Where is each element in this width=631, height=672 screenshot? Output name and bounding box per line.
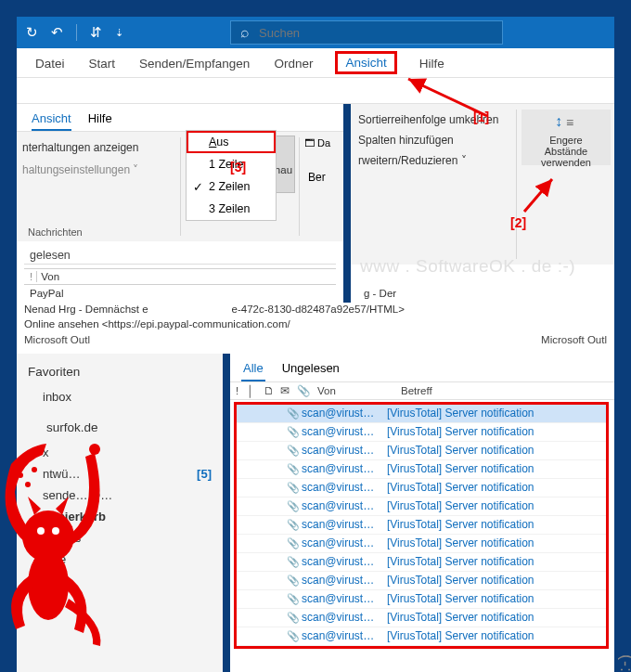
ribbon-area-right: Sortierreihenfolge umkehren Spalten hinz…: [351, 104, 614, 265]
col-von[interactable]: Von: [314, 385, 397, 396]
mail-preview-band: gelesen !Von PayPal: [17, 241, 343, 303]
nav-item-x[interactable]: x: [26, 442, 213, 463]
col-read-icon[interactable]: 🗋: [264, 385, 280, 396]
row-subject: [VirusTotal] Server notification: [387, 611, 534, 624]
refresh-icon[interactable]: ↻: [26, 24, 38, 41]
row-from: scan@virust…: [302, 555, 387, 568]
panel-tab-hilfe[interactable]: Hilfe: [88, 111, 112, 131]
ribbon-separator-r: [516, 110, 517, 259]
nachrichtenvorschau-dropdown: Aus 1 Zeile 2 Zeilen 3 Zeilen: [186, 130, 277, 221]
row-from: scan@virust…: [302, 444, 387, 457]
attachment-icon: 📎: [285, 519, 302, 531]
row-subject: [VirusTotal] Server notification: [387, 555, 534, 568]
col-reminder-icon[interactable]: │: [247, 385, 264, 396]
col-von-header: Von: [41, 271, 59, 282]
category-gelesen[interactable]: gelesen: [24, 245, 336, 265]
row-from: scan@virust…: [302, 462, 387, 475]
attachment-icon: 📎: [285, 630, 302, 642]
ribbon-separator: [180, 137, 181, 236]
row-from: scan@virust…: [302, 499, 387, 512]
row-from: scan@virust…: [302, 518, 387, 531]
message-row[interactable]: 📎scan@virust…[VirusTotal] Server notific…: [237, 535, 606, 553]
engere-l2: verwenden: [541, 157, 591, 168]
add-columns[interactable]: Spalten hinzufügen: [358, 134, 454, 147]
col-importance-icon[interactable]: !: [236, 385, 247, 396]
nav-item-papierkorb[interactable]: Papierkorb: [26, 506, 213, 527]
panel-tab-ansicht[interactable]: Ansicht: [32, 111, 71, 131]
message-row[interactable]: 📎scan@virust…[VirusTotal] Server notific…: [237, 423, 606, 442]
nav-item-gesendet[interactable]: sende… O…: [26, 485, 213, 506]
tab-senden-empfangen[interactable]: Senden/Empfangen: [137, 51, 251, 74]
attachment-icon: 📎: [285, 575, 302, 587]
attachment-icon: 📎: [285, 500, 302, 512]
attachment-icon: 📎: [285, 426, 302, 438]
tab-ansicht[interactable]: Ansicht: [335, 51, 396, 74]
message-preview-text: Nenad Hrg - Demnächst ee-472c-8130-d8248…: [17, 303, 614, 354]
col-attachment-icon[interactable]: 📎: [297, 384, 314, 397]
ribbon-area-left: nterhaltungen anzeigen haltungseinstellu…: [17, 131, 343, 241]
ribbon-panel-left: Ansicht Hilfe nterhaltungen anzeigen hal…: [17, 104, 343, 303]
message-row[interactable]: 📎scan@virust…[VirusTotal] Server notific…: [237, 498, 606, 516]
col-betreff[interactable]: Betreff: [397, 385, 432, 396]
row-subject: [VirusTotal] Server notification: [387, 444, 534, 457]
dropdown-3zeilen[interactable]: 3 Zeilen: [187, 198, 276, 220]
attachment-icon: 📎: [285, 593, 302, 605]
watermark-side: www.SoftwareOK.de :-): [615, 653, 631, 672]
message-row[interactable]: 📎scan@virust…[VirusTotal] Server notific…: [237, 405, 606, 423]
tab-ordner[interactable]: Ordner: [272, 51, 315, 74]
tab-start[interactable]: Start: [87, 51, 118, 74]
mail-from[interactable]: PayPal: [30, 288, 63, 299]
filter-alle[interactable]: Alle: [241, 359, 265, 381]
message-list-columns: ! │ 🗋 ✉ 📎 Von Betreff: [230, 381, 614, 400]
dropdown-2zeilen[interactable]: 2 Zeilen: [187, 175, 276, 198]
conversation-settings[interactable]: haltungseinstellungen ˅: [22, 163, 138, 176]
message-row[interactable]: 📎scan@virust…[VirusTotal] Server notific…: [237, 442, 606, 460]
tab-hilfe[interactable]: Hilfe: [418, 51, 446, 74]
send-receive-icon[interactable]: ⇵: [90, 24, 102, 41]
search-input[interactable]: [259, 26, 493, 40]
message-row[interactable]: 📎scan@virust…[VirusTotal] Server notific…: [237, 590, 606, 609]
qat-dropdown-icon[interactable]: ⇣: [115, 27, 123, 39]
message-row[interactable]: 📎scan@virust…[VirusTotal] Server notific…: [237, 479, 606, 498]
nav-item-s[interactable]: s: [26, 570, 213, 591]
message-row[interactable]: 📎scan@virust…[VirusTotal] Server notific…: [237, 572, 606, 590]
dropdown-aus[interactable]: Aus: [187, 131, 276, 153]
nav-inbox[interactable]: inbox: [26, 386, 213, 407]
message-rows-container: 📎scan@virust…[VirusTotal] Server notific…: [234, 402, 609, 649]
message-row[interactable]: 📎scan@virust…[VirusTotal] Server notific…: [237, 553, 606, 572]
message-list-filter-tabs: Alle Ungelesen: [230, 354, 614, 381]
expand-collapse[interactable]: rweitern/Reduzieren ˅: [358, 154, 467, 167]
attachment-icon: 📎: [285, 612, 302, 624]
row-from: scan@virust…: [302, 574, 387, 587]
row-from: scan@virust…: [302, 611, 387, 624]
message-row[interactable]: 📎scan@virust…[VirusTotal] Server notific…: [237, 460, 606, 479]
search-box[interactable]: ⌕: [230, 20, 503, 45]
nav-item-archives[interactable]: rchives: [26, 527, 213, 549]
nav-item-erse[interactable]: erse: [26, 549, 213, 570]
dropdown-1zeile[interactable]: 1 Zeile: [187, 153, 276, 175]
filter-ungelesen[interactable]: Ungelesen: [280, 359, 341, 381]
row-subject: [VirusTotal] Server notification: [387, 518, 534, 531]
undo-icon[interactable]: ↶: [51, 24, 63, 41]
engere-l1: Engere Abstände: [545, 135, 587, 157]
ribbon-tabs: Datei Start Senden/Empfangen Ordner Ansi…: [17, 48, 614, 78]
engere-abstaende-button[interactable]: Engere Abstände verwenden: [522, 110, 611, 165]
tab-datei[interactable]: Datei: [33, 51, 67, 74]
message-row[interactable]: 📎scan@virust…[VirusTotal] Server notific…: [237, 609, 606, 627]
search-icon: ⌕: [240, 24, 250, 41]
conversations-toggle[interactable]: nterhaltungen anzeigen: [22, 141, 138, 154]
row-subject: [VirusTotal] Server notification: [387, 481, 534, 494]
col-reply-icon[interactable]: ✉: [280, 384, 297, 397]
nav-account-header[interactable]: surfok.de: [26, 417, 213, 442]
row-from: scan@virust…: [302, 425, 387, 438]
row-from: scan@virust…: [302, 592, 387, 605]
row-subject: [VirusTotal] Server notification: [387, 536, 534, 549]
nav-item-entwuerfe[interactable]: ntwü…[5]: [26, 463, 213, 485]
message-row[interactable]: 📎scan@virust…[VirusTotal] Server notific…: [237, 516, 606, 535]
message-row[interactable]: 📎scan@virust…[VirusTotal] Server notific…: [237, 627, 606, 646]
nav-favoriten-header[interactable]: Favoriten: [26, 361, 213, 386]
attachment-icon: 📎: [285, 445, 302, 457]
row-subject: [VirusTotal] Server notification: [387, 499, 534, 512]
row-subject: [VirusTotal] Server notification: [387, 574, 534, 587]
sortorder-reverse[interactable]: Sortierreihenfolge umkehren: [358, 113, 498, 126]
